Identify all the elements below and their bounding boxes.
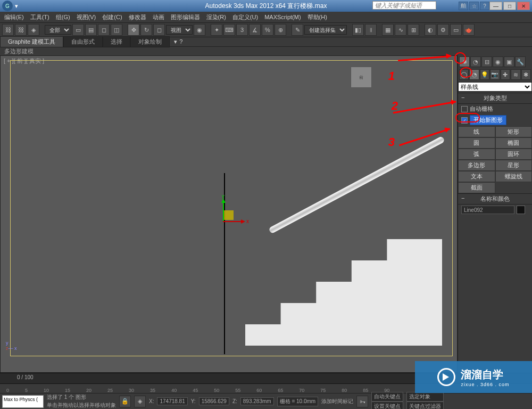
text-btn[interactable]: 文本 [458,171,495,182]
spline-dropdown[interactable]: 样条线 [458,82,532,92]
menu-modifier[interactable]: 修改器 [129,13,146,21]
render-frame-icon[interactable]: ▭ [450,24,462,36]
link-icon[interactable]: ⛓ [2,24,14,36]
line-btn[interactable]: 线 [458,126,495,137]
menu-tools[interactable]: 工具(T) [30,13,49,21]
star-icon[interactable]: ☆ [469,2,479,10]
color-swatch[interactable] [517,206,525,214]
key-icon[interactable]: 🗝 [356,396,368,407]
autokey-btn[interactable]: 自动关键点 [371,392,403,402]
curve-editor-icon[interactable]: ∿ [395,24,406,36]
helpers-icon[interactable]: ✚ [501,69,510,80]
y-coord[interactable]: 15866.629 [199,397,229,405]
autogrid-checkbox[interactable] [461,106,468,112]
pivot-icon[interactable]: ◉ [194,24,205,36]
selonly-btn[interactable]: 选定对象 [406,392,444,402]
object-name-input[interactable] [461,206,514,214]
ellipse-btn[interactable]: 椭圆 [495,137,533,149]
menu-anim[interactable]: 动画 [153,13,164,21]
unlink-icon[interactable]: ⛓ [15,24,27,36]
select-name-icon[interactable]: ▤ [85,24,97,36]
search-input[interactable] [372,1,436,10]
object-type-header[interactable]: 对象类型 [458,93,532,104]
lights-icon[interactable]: 💡 [480,69,489,80]
tab-paint[interactable]: 对象绘制 [130,36,170,47]
window-cross-icon[interactable]: ◫ [111,24,122,36]
render-icon[interactable]: 🫖 [463,24,475,36]
star-btn[interactable]: 星形 [495,160,533,171]
menu-edit[interactable]: 编辑(E) [4,13,24,21]
utility-tab-icon[interactable]: 🔧 [515,56,526,67]
edit-sel-icon[interactable]: ✎ [292,24,303,36]
menu-help[interactable]: 帮助(H) [307,13,327,21]
angle-snap-icon[interactable]: ∡ [249,24,261,36]
tab-select[interactable]: 选择 [103,36,130,47]
isolate-icon[interactable]: ◈ [134,396,146,407]
keyfilter-btn[interactable]: 关键点过滤器 [406,402,444,410]
tab-freeform[interactable]: 自由形式 [63,36,103,47]
mirror-icon[interactable]: ▮▯ [352,24,364,36]
z-coord[interactable]: 893.283mm [240,397,274,405]
x-axis[interactable] [223,221,244,222]
ref-coord[interactable]: 视图 [166,25,193,35]
rotate-icon[interactable]: ↻ [140,24,152,36]
setkey-btn[interactable]: 设置关键点 [371,402,403,410]
tick: 25 [107,388,113,393]
manipulate-icon[interactable]: ✦ [211,24,222,36]
select-icon[interactable]: ▭ [72,24,84,36]
bind-icon[interactable]: ◈ [28,24,39,36]
move-icon[interactable]: ✥ [128,24,139,36]
xy-plane-handle[interactable] [224,210,234,220]
layer-icon[interactable]: ▦ [382,24,394,36]
ribbon-help-icon[interactable]: ? [179,38,182,45]
systems-icon[interactable]: ✱ [521,69,531,80]
menu-render[interactable]: 渲染(R) [206,13,226,21]
helix-btn[interactable]: 螺旋线 [495,171,533,182]
cameras-icon[interactable]: 📷 [490,69,500,80]
minimize-btn[interactable]: — [489,2,502,10]
snap-icon[interactable]: 3 [236,24,248,36]
viewport[interactable]: [ + ][ 前 ][ 真实 ] 前 x y yz— x [0,55,458,373]
scale-icon[interactable]: ◻ [153,24,165,36]
spinner-snap-icon[interactable]: ⊕ [275,24,286,36]
menu-maxscript[interactable]: MAXScript(M) [264,14,301,20]
maximize-btn[interactable]: □ [503,2,516,10]
ngon-btn[interactable]: 多边形 [458,160,495,171]
menu-view[interactable]: 视图(V) [77,13,96,21]
circle-btn[interactable]: 圆 [458,137,495,149]
menu-graph[interactable]: 图形编辑器 [171,13,200,21]
schematic-icon[interactable]: ⊞ [408,24,419,36]
app-logo[interactable]: G [2,1,13,11]
select-rect-icon[interactable]: ◻ [98,24,110,36]
dropdown-icon[interactable]: ▾ [15,3,18,10]
display-tab-icon[interactable]: ▣ [504,56,514,67]
ribbon-min-icon[interactable]: ▾ [174,38,177,45]
rectangle-btn[interactable]: 矩形 [495,126,533,137]
arc-btn[interactable]: 弧 [458,149,495,160]
section-btn[interactable]: 截面 [458,182,495,193]
x-coord[interactable]: 174718.81 [157,397,187,405]
menu-create[interactable]: 创建(C) [102,13,122,21]
selection-filter[interactable]: 全部 [45,25,71,35]
material-icon[interactable]: ◐ [425,24,436,36]
named-sel-set[interactable]: 创建选择集 [304,25,347,35]
space-warps-icon[interactable]: ≋ [511,69,520,80]
percent-snap-icon[interactable]: % [262,24,273,36]
render-setup-icon[interactable]: ⚙ [437,24,449,36]
name-color-header[interactable]: 名称和颜色 [458,193,532,204]
menu-group[interactable]: 组(G) [56,13,70,21]
donut-btn[interactable]: 圆环 [495,149,533,160]
modify-tab-icon[interactable]: ◔ [470,56,481,67]
tab-graphite[interactable]: Graphite 建模工具 [0,36,63,47]
motion-tab-icon[interactable]: ◉ [493,56,503,67]
viewcube[interactable]: 前 [351,67,372,88]
align-icon[interactable]: ⫴ [365,24,377,36]
keyboard-icon[interactable]: ⌨ [223,24,235,36]
close-btn[interactable]: ✕ [517,2,530,10]
lock-icon[interactable]: 🔒 [119,396,131,407]
help-icon[interactable]: 舶 [459,2,468,10]
time-tag[interactable]: 添加时间标记 [321,398,353,405]
menu-custom[interactable]: 自定义(U) [232,13,258,21]
maxscript-listener[interactable]: Max to Physcs ( [2,395,44,408]
hierarchy-tab-icon[interactable]: ⊟ [481,56,492,67]
